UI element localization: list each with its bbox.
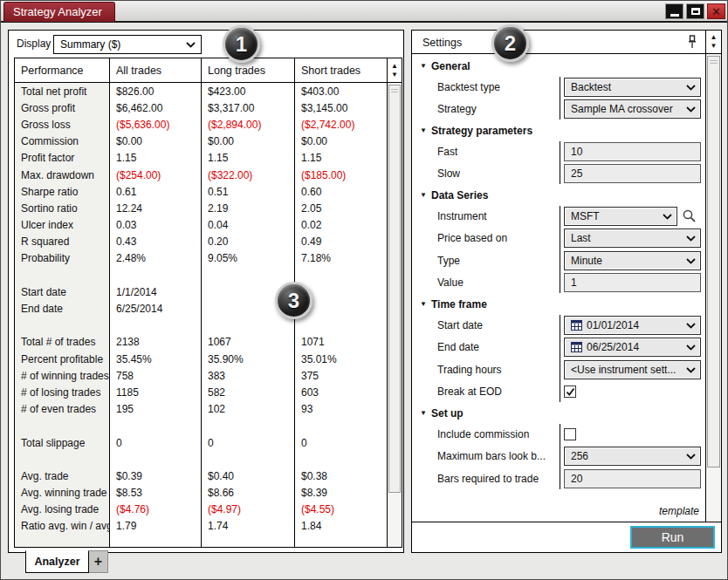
strategy-dropdown[interactable]: Sample MA crossover xyxy=(564,99,701,119)
callout-badge-2: 2 xyxy=(491,24,529,62)
table-row-end-date[interactable]: End date6/25/2014 xyxy=(15,300,387,317)
row-value: 0.43 xyxy=(110,235,202,248)
table-scrollbar-thumb[interactable] xyxy=(388,85,401,493)
column-header-all-trades[interactable]: All trades xyxy=(110,58,202,82)
pin-icon[interactable] xyxy=(688,35,697,52)
dropdown-value: 01/01/2014 xyxy=(587,319,639,331)
row-value: 0.61 xyxy=(110,186,202,198)
row-label: Percent profitable xyxy=(15,353,110,365)
row-label: # of even trades xyxy=(15,403,110,415)
settings-panel: Settings ▼GeneralBacktest typeBacktestSt… xyxy=(411,30,722,553)
include-commission-checkbox[interactable] xyxy=(564,428,576,440)
row-label: Avg. trade xyxy=(15,470,110,482)
section-label: Data Series xyxy=(431,189,488,201)
row-value: 0.49 xyxy=(295,235,387,248)
setting-control xyxy=(564,386,702,398)
table-row-of-winning-trades[interactable]: # of winning trades758383375 xyxy=(15,367,387,384)
setting-control: 01/01/2014 xyxy=(564,316,702,335)
trading-hours-dropdown[interactable]: <Use instrument sett... xyxy=(564,360,701,379)
maximum-bars-look-b-dropdown[interactable]: 256 xyxy=(564,447,701,466)
table-row-of-even-trades[interactable]: # of even trades19510293 xyxy=(15,401,387,418)
row-label: Start date xyxy=(15,286,110,298)
table-row-gross-profit[interactable]: Gross profit$6,462.00$3,317.00$3,145.00 xyxy=(15,99,387,116)
table-row-total-of-trades[interactable]: Total # of trades213810671071 xyxy=(15,334,387,351)
section-rows: InstrumentMSFTPrice based onLastTypeMinu… xyxy=(412,205,705,294)
settings-scrollbar-arrows[interactable]: ▲▼ xyxy=(706,31,721,54)
backtest-type-dropdown[interactable]: Backtest xyxy=(564,78,701,97)
table-row-sortino-ratio[interactable]: Sortino ratio12.242.192.05 xyxy=(15,200,387,216)
type-dropdown[interactable]: Minute xyxy=(564,251,701,270)
row-value: 0.02 xyxy=(295,219,387,231)
template-link[interactable]: template xyxy=(659,505,699,517)
end-date-picker[interactable]: 06/25/2014 xyxy=(564,338,701,357)
performance-table: Performance All trades Long trades Short… xyxy=(14,58,402,548)
fast-input[interactable] xyxy=(564,142,701,161)
scroll-down-icon[interactable]: ▼ xyxy=(711,42,718,51)
table-scrollbar-arrows[interactable]: ▲▼ xyxy=(388,58,402,83)
add-tab-button[interactable]: + xyxy=(89,550,108,573)
value-input[interactable] xyxy=(564,273,701,292)
start-date-picker[interactable]: 01/01/2014 xyxy=(564,316,701,335)
table-row-ulcer-index[interactable]: Ulcer index0.030.040.02 xyxy=(15,217,387,234)
table-row-of-losing-trades[interactable]: # of losing trades1185582603 xyxy=(15,384,387,400)
collapse-triangle-icon: ▼ xyxy=(420,191,431,199)
slow-input[interactable] xyxy=(564,164,701,183)
search-icon[interactable] xyxy=(682,208,697,223)
setting-label: Backtest type xyxy=(437,81,500,93)
row-label: Sharpe ratio xyxy=(15,186,110,198)
table-row-avg-losing-trade[interactable]: Avg. losing trade($4.76)($4.97)($4.55) xyxy=(15,502,387,518)
table-row-avg-trade[interactable]: Avg. trade$0.39$0.40$0.38 xyxy=(15,467,387,484)
section-header-strategy-parameters[interactable]: ▼Strategy parameters xyxy=(412,120,705,140)
setting-control: Sample MA crossover xyxy=(564,99,702,119)
table-row-r-squared[interactable]: R squared0.430.200.49 xyxy=(15,234,387,250)
section-header-time-frame[interactable]: ▼Time frame xyxy=(412,294,705,314)
section-header-set-up[interactable]: ▼Set up xyxy=(412,403,705,423)
section-header-general[interactable]: ▼General xyxy=(412,56,705,76)
table-row-percent-profitable[interactable]: Percent profitable35.45%35.90%35.01% xyxy=(15,351,387,367)
minimize-button[interactable] xyxy=(665,3,683,19)
table-scrollbar[interactable]: ▲▼ xyxy=(387,58,402,547)
table-scrollbar-track[interactable] xyxy=(388,83,402,547)
tab-analyzer[interactable]: Analyzer xyxy=(25,550,89,573)
row-value: 383 xyxy=(202,370,295,382)
table-row-max-drawdown[interactable]: Max. drawdown($254.00)($322.00)($185.00) xyxy=(15,167,387,183)
setting-control xyxy=(564,273,702,292)
calendar-icon xyxy=(571,342,582,352)
bars-required-to-trade-input[interactable] xyxy=(564,469,701,488)
scroll-up-icon[interactable]: ▲ xyxy=(391,62,398,71)
table-row-total-slippage[interactable]: Total slippage000 xyxy=(15,434,387,451)
run-button[interactable]: Run xyxy=(630,526,715,549)
window-controls: ✕ xyxy=(665,3,725,19)
settings-main: Settings ▼GeneralBacktest typeBacktestSt… xyxy=(412,31,705,522)
titlebar[interactable]: Strategy Analyzer ✕ xyxy=(1,1,727,23)
close-button[interactable]: ✕ xyxy=(707,3,725,19)
table-row-sharpe-ratio[interactable]: Sharpe ratio0.610.510.60 xyxy=(15,183,387,200)
row-value: $8.66 xyxy=(202,487,295,499)
collapse-triangle-icon: ▼ xyxy=(420,62,431,70)
display-dropdown[interactable]: Summary ($) xyxy=(53,35,202,54)
table-row-gross-loss[interactable]: Gross loss($5,636.00)($2,894.00)($2,742.… xyxy=(15,116,387,133)
row-value: 35.45% xyxy=(110,353,202,365)
scroll-down-icon[interactable]: ▼ xyxy=(391,71,398,79)
settings-scrollbar[interactable]: ▲▼ xyxy=(705,31,721,522)
maximize-button[interactable] xyxy=(686,3,704,19)
table-row-ratio-avg-win-avg-loss[interactable]: Ratio avg. win / avg. loss1.791.741.84 xyxy=(15,518,387,535)
settings-scrollbar-thumb[interactable] xyxy=(707,56,720,467)
section-header-data-series[interactable]: ▼Data Series xyxy=(412,185,705,205)
row-value: 1071 xyxy=(295,336,387,348)
column-header-short-trades[interactable]: Short trades xyxy=(295,58,387,82)
instrument-dropdown[interactable]: MSFT xyxy=(564,207,677,226)
table-row-probability[interactable]: Probability2.48%9.05%7.18% xyxy=(15,250,387,267)
setting-control: <Use instrument sett... xyxy=(564,360,702,379)
table-row-avg-winning-trade[interactable]: Avg. winning trade$8.53$8.66$8.39 xyxy=(15,485,387,502)
table-row-total-net-profit[interactable]: Total net profit$826.00$423.00$403.00 xyxy=(15,83,387,99)
scroll-up-icon[interactable]: ▲ xyxy=(711,33,718,42)
break-at-eod-checkbox[interactable] xyxy=(564,386,576,398)
price-based-on-dropdown[interactable]: Last xyxy=(564,229,701,248)
table-row-commission[interactable]: Commission$0.00$0.00$0.00 xyxy=(15,133,387,150)
column-header-long-trades[interactable]: Long trades xyxy=(202,58,295,82)
table-row-profit-factor[interactable]: Profit factor1.151.151.15 xyxy=(15,150,387,167)
column-header-performance[interactable]: Performance xyxy=(15,58,110,82)
table-row-start-date[interactable]: Start date1/1/2014 xyxy=(15,283,387,300)
settings-scrollbar-track[interactable] xyxy=(706,54,721,522)
